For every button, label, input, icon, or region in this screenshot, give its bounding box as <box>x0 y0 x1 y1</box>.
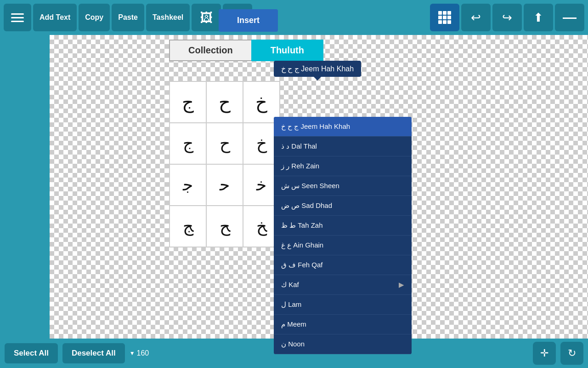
dropdown-item-meem[interactable]: م Meem <box>274 315 412 334</box>
collection-panel: Collection Thuluth ج ح خ Jeem Hah Khah ج… <box>50 35 362 61</box>
dropdown-item-sad[interactable]: ص ض Sad Dhad <box>274 196 412 216</box>
move-button[interactable]: ✛ <box>533 342 556 365</box>
glyph-cell[interactable]: ﺝ <box>170 123 206 164</box>
minimize-button[interactable]: — <box>555 4 584 31</box>
glyph-cell[interactable]: ج <box>170 81 206 123</box>
dropdown-item-reh[interactable]: ر ز Reh Zain <box>274 156 412 176</box>
tashkeel-button[interactable]: Tashkeel <box>146 4 190 31</box>
add-text-label: Add Text <box>40 13 70 22</box>
dropdown-item-noon[interactable]: ن Noon <box>274 334 412 354</box>
deselect-all-button[interactable]: Deselect All <box>62 343 125 363</box>
deselect-all-label: Deselect All <box>72 349 116 357</box>
collection-tab-label: Collection <box>188 45 233 55</box>
glyph-cell[interactable]: ﺡ <box>206 123 243 164</box>
select-all-button[interactable]: Select All <box>5 343 58 363</box>
arrow-down-icon: ▼ <box>130 350 135 356</box>
dropdown-item-tah[interactable]: ط ظ Tah Zah <box>274 216 412 236</box>
dropdown-item-label: م Meem <box>281 320 306 328</box>
dropdown-item-jeem[interactable]: ج ح خ Jeem Hah Khah <box>274 117 412 137</box>
move-icon: ✛ <box>540 347 548 359</box>
undo-icon: ↩ <box>471 11 481 25</box>
dropdown-item-label: ص ض Sad Dhad <box>281 201 332 210</box>
image-icon: 🖼 <box>200 10 213 25</box>
main-area: Collection Thuluth ج ح خ Jeem Hah Khah ج… <box>0 35 588 368</box>
dropdown-item-label: ف ق Feh Qaf <box>281 261 323 269</box>
hamburger-icon <box>11 13 24 22</box>
glyph-grid: ج ح خ ﺝ ﺡ ﺥ ﺟ ﺣ ﺧ ﺞ ﺢ ﺦ <box>169 81 280 247</box>
redo-icon: ↪ <box>502 11 512 25</box>
insert-button-container: Insert <box>219 9 278 32</box>
toolbar-right: ↩ ↪ ⬆ — <box>430 4 584 31</box>
copy-button[interactable]: Copy <box>79 4 110 31</box>
dropdown-display[interactable]: ج ح خ Jeem Hah Khah <box>274 61 361 77</box>
dropdown-item-ain[interactable]: ع غ Ain Ghain <box>274 236 412 255</box>
thuluth-tab[interactable]: Thuluth <box>251 40 323 61</box>
dropdown-item-label: د ذ Dal Thal <box>281 142 317 150</box>
size-value: 160 <box>137 349 149 357</box>
dropdown-item-label: س ش Seen Sheen <box>281 182 339 190</box>
collection-tab[interactable]: Collection <box>169 40 251 61</box>
glyph-cell[interactable]: ﺞ <box>170 206 206 247</box>
share-button[interactable]: ⬆ <box>524 4 553 31</box>
rotate-icon: ↻ <box>568 347 576 359</box>
copy-label: Copy <box>85 13 103 22</box>
image-button[interactable]: 🖼 <box>192 4 221 31</box>
dropdown-item-lam[interactable]: ل Lam <box>274 295 412 315</box>
tashkeel-label: Tashkeel <box>153 13 183 22</box>
glyph-cell[interactable]: ﺟ <box>170 164 206 206</box>
dropdown-item-label: ك Kaf <box>281 281 299 289</box>
dropdown-item-label: ج ح خ Jeem Hah Khah <box>281 122 350 131</box>
dropdown-item-label: ع غ Ain Ghain <box>281 241 323 249</box>
toolbar: Add Text Copy Paste Tashkeel 🖼 🎨 ↩ ↪ ⬆ <box>0 0 588 35</box>
paste-button[interactable]: Paste <box>112 4 144 31</box>
rotate-button[interactable]: ↻ <box>560 342 583 365</box>
canvas-area: Collection Thuluth ج ح خ Jeem Hah Khah ج… <box>0 35 588 339</box>
menu-button[interactable] <box>4 4 31 31</box>
undo-button[interactable]: ↩ <box>461 4 491 31</box>
dropdown-item-label: ن Noon <box>281 340 305 348</box>
minus-icon: — <box>563 10 577 25</box>
dropdown-item-label: ط ظ Tah Zah <box>281 221 323 230</box>
dropdown-selected-label: ج ح خ Jeem Hah Khah <box>281 65 354 73</box>
grid-view-button[interactable] <box>430 4 459 31</box>
insert-button[interactable]: Insert <box>219 9 278 32</box>
dropdown-menu: ج ح خ Jeem Hah Khah د ذ Dal Thal ر ز Reh… <box>274 117 412 354</box>
paste-label: Paste <box>118 13 138 22</box>
grid-icon <box>438 11 451 24</box>
select-all-label: Select All <box>14 349 49 357</box>
dropdown-item-label: ر ز Reh Zain <box>281 162 319 170</box>
tab-row: Collection Thuluth <box>169 40 362 61</box>
chevron-right-icon: ▶ <box>399 281 404 289</box>
glyph-cell[interactable]: خ <box>243 81 280 123</box>
dropdown-item-label: ل Lam <box>281 300 301 309</box>
share-icon: ⬆ <box>533 11 543 25</box>
thuluth-tab-label: Thuluth <box>271 45 304 55</box>
add-text-button[interactable]: Add Text <box>33 4 77 31</box>
dropdown-item-feh[interactable]: ف ق Feh Qaf <box>274 255 412 275</box>
dropdown-item-dal[interactable]: د ذ Dal Thal <box>274 137 412 156</box>
dropdown-item-kaf[interactable]: ك Kaf ▶ <box>274 275 412 295</box>
dropdown-item-seen[interactable]: س ش Seen Sheen <box>274 176 412 196</box>
redo-button[interactable]: ↪ <box>492 4 522 31</box>
size-display: ▼ 160 <box>130 349 149 357</box>
glyph-cell[interactable]: ﺢ <box>206 206 243 247</box>
insert-label: Insert <box>237 16 260 25</box>
glyph-cell[interactable]: ح <box>206 81 243 123</box>
glyph-cell[interactable]: ﺣ <box>206 164 243 206</box>
